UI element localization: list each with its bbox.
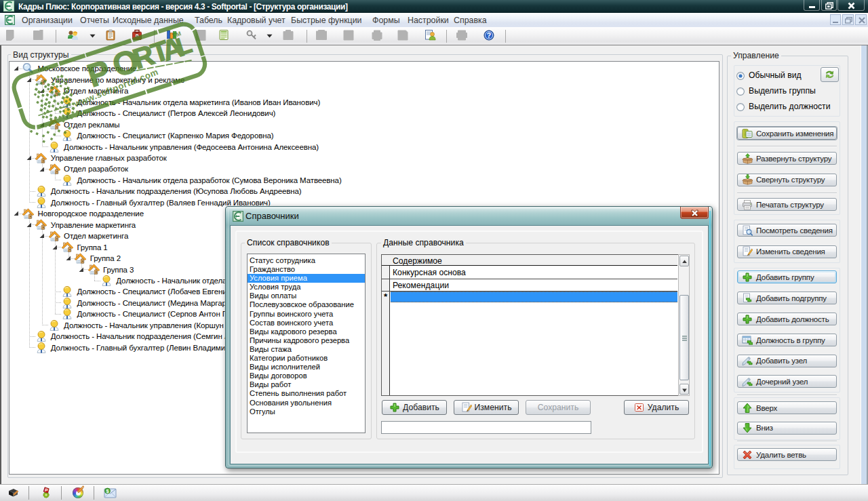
svg-text:?: ?	[487, 31, 491, 39]
